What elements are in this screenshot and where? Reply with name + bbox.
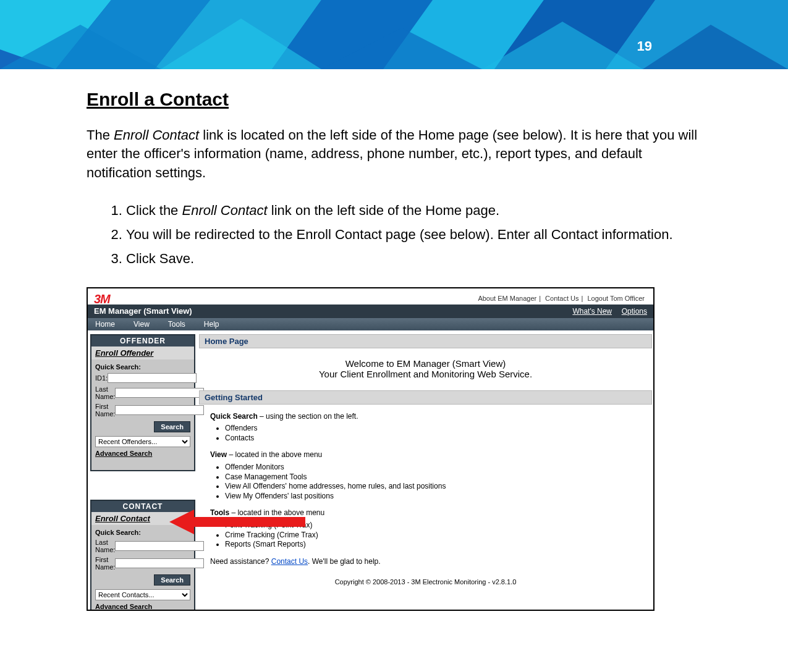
list-item: Offender Monitors [225, 463, 641, 472]
link-contact-us[interactable]: Contact Us [543, 295, 581, 302]
step-1: Click the Enroll Contact link on the lef… [126, 200, 701, 221]
contact-quick-search-label: Quick Search: [91, 525, 194, 537]
step-2: You will be redirected to the Enroll Con… [126, 224, 701, 245]
list-item: Case Management Tools [225, 472, 641, 482]
link-enroll-offender[interactable]: Enroll Offender [91, 346, 194, 359]
link-options[interactable]: Options [622, 307, 647, 316]
label-offender-lastname: Last Name: [95, 385, 115, 400]
list-item: Offenders [225, 424, 641, 434]
link-contact-us-inline[interactable]: Contact Us [271, 557, 308, 566]
page-number: 19 [637, 38, 652, 54]
menubar: Home View Tools Help [88, 318, 653, 330]
menu-help[interactable]: Help [204, 320, 219, 329]
list-item: Reports (Smart Reports) [225, 540, 641, 550]
input-contact-firstname[interactable] [115, 558, 204, 568]
welcome-text: Welcome to EM Manager (Smart View) Your … [199, 358, 652, 379]
label-contact-lastname: Last Name: [95, 539, 115, 553]
menu-view[interactable]: View [133, 320, 150, 329]
getting-started-text: Quick Search – using the section on the … [199, 412, 652, 587]
menu-tools[interactable]: Tools [168, 320, 185, 329]
top-links: About EM Manager| Contact Us| Logout Tom… [475, 295, 647, 302]
offender-header: OFFENDER [91, 335, 194, 346]
contact-header: CONTACT [91, 501, 194, 512]
main-pane: Home Page Welcome to EM Manager (Smart V… [199, 334, 652, 610]
titlebar-title: EM Manager (Smart View) [94, 306, 192, 316]
link-enroll-contact[interactable]: Enroll Contact [91, 512, 194, 525]
heading-home-page: Home Page [199, 334, 652, 348]
list-item: Point Tracking (Point Trax) [225, 521, 641, 531]
titlebar: EM Manager (Smart View) What's New Optio… [88, 304, 653, 318]
sidebar-offender-box: OFFENDER Enroll Offender Quick Search: I… [90, 334, 195, 471]
button-offender-search[interactable]: Search [154, 421, 190, 432]
list-item: Crime Tracking (Crime Trax) [225, 531, 641, 540]
select-recent-contacts[interactable]: Recent Contacts... [95, 589, 190, 600]
button-contact-search[interactable]: Search [154, 574, 190, 586]
input-offender-id1[interactable] [108, 373, 197, 383]
label-id1: ID1: [95, 374, 108, 382]
input-offender-firstname[interactable] [115, 405, 204, 415]
link-about-em-manager[interactable]: About EM Manager [475, 295, 539, 302]
intro-paragraph: The Enroll Contact link is located on th… [87, 126, 701, 182]
select-recent-offenders[interactable]: Recent Offenders... [95, 436, 190, 447]
heading-enroll-contact: Enroll a Contact [87, 89, 701, 110]
heading-getting-started: Getting Started [199, 390, 652, 405]
offender-quick-search-label: Quick Search: [91, 359, 194, 372]
input-contact-lastname[interactable] [115, 541, 204, 551]
input-offender-lastname[interactable] [115, 388, 204, 398]
step-3: Click Save. [126, 248, 701, 269]
list-item: View My Offenders' last positions [225, 492, 641, 502]
copyright: Copyright © 2008-2013 - 3M Electronic Mo… [210, 578, 641, 586]
link-logout[interactable]: Logout Tom Officer [585, 295, 647, 302]
link-offender-advanced-search[interactable]: Advanced Search [91, 448, 194, 460]
link-whats-new[interactable]: What's New [572, 307, 612, 316]
banner: 19 [0, 0, 788, 69]
screenshot-panel: 3M About EM Manager| Contact Us| Logout … [87, 287, 655, 611]
label-offender-firstname: First Name: [95, 403, 115, 418]
menu-home[interactable]: Home [95, 320, 115, 329]
list-item: View All Offenders' home addresses, home… [225, 482, 641, 492]
sidebar-contact-box: CONTACT Enroll Contact Quick Search: Las… [90, 500, 195, 611]
steps-list: Click the Enroll Contact link on the lef… [105, 200, 701, 270]
label-contact-firstname: First Name: [95, 556, 115, 571]
link-contact-advanced-search[interactable]: Advanced Search [91, 602, 194, 611]
list-item: Contacts [225, 434, 641, 443]
